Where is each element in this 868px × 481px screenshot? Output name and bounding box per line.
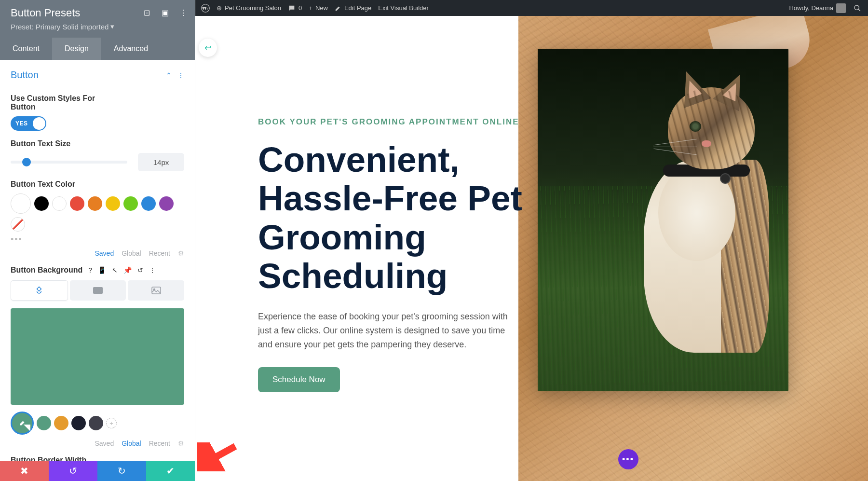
bg-more-icon[interactable]: ⋮ bbox=[149, 266, 156, 274]
bg-tab-image[interactable] bbox=[128, 280, 184, 301]
dashboard-icon: ⊕ bbox=[217, 4, 222, 12]
global-swatch[interactable] bbox=[37, 416, 51, 430]
site-name-link[interactable]: ⊕ Pet Grooming Salon bbox=[217, 4, 281, 12]
floating-action-button[interactable]: ••• bbox=[618, 449, 638, 469]
tab-design[interactable]: Design bbox=[52, 38, 101, 60]
color-swatch[interactable] bbox=[70, 196, 84, 211]
color-swatch[interactable] bbox=[88, 196, 102, 211]
svg-point-4 bbox=[854, 5, 859, 10]
edit-page-link[interactable]: Edit Page bbox=[335, 4, 371, 12]
subtab-recent[interactable]: Recent bbox=[149, 249, 170, 257]
svg-rect-0 bbox=[93, 287, 103, 294]
undo-button[interactable]: ↺ bbox=[49, 461, 97, 481]
annotation-arrow-icon bbox=[197, 442, 240, 471]
preset-selector[interactable]: Preset: Primary Solid imported ▾ bbox=[11, 22, 184, 31]
main-tabs: Content Design Advanced bbox=[0, 38, 195, 60]
wp-logo-icon[interactable] bbox=[201, 4, 210, 13]
text-size-value[interactable]: 14px bbox=[138, 153, 184, 171]
settings-panel: Button Presets Preset: Primary Solid imp… bbox=[0, 0, 195, 481]
bg-tab-gradient[interactable] bbox=[70, 280, 126, 301]
cta-button[interactable]: Schedule Now bbox=[258, 367, 340, 392]
panel-header: Button Presets Preset: Primary Solid imp… bbox=[0, 0, 195, 38]
pin-icon[interactable]: 📌 bbox=[123, 266, 132, 274]
hero-eyebrow: BOOK YOUR PET'S GROOMING APPOINTMENT ONL… bbox=[258, 117, 580, 127]
subtab-saved[interactable]: Saved bbox=[95, 440, 114, 447]
subtab-global[interactable]: Global bbox=[122, 440, 141, 447]
eyedropper-icon[interactable] bbox=[11, 412, 34, 435]
exit-builder-link[interactable]: Exit Visual Builder bbox=[378, 4, 429, 12]
color-swatch[interactable] bbox=[52, 196, 67, 211]
panel-body: Button ⌃ ⋮ Use Custom Styles For Button … bbox=[0, 60, 195, 481]
color-swatch[interactable] bbox=[123, 196, 138, 211]
gear-icon[interactable]: ⚙ bbox=[178, 249, 184, 257]
save-button[interactable]: ✔ bbox=[146, 461, 195, 481]
add-swatch[interactable]: + bbox=[106, 418, 117, 428]
cursor-icon[interactable]: ↖ bbox=[112, 266, 118, 274]
bg-tab-color[interactable] bbox=[11, 280, 68, 301]
global-swatch[interactable] bbox=[54, 416, 68, 430]
section-more-icon[interactable]: ⋮ bbox=[177, 71, 184, 79]
phone-icon[interactable]: 📱 bbox=[98, 266, 106, 274]
global-swatch[interactable] bbox=[71, 416, 86, 430]
section-button[interactable]: Button ⌃ ⋮ bbox=[11, 60, 184, 85]
reset-icon[interactable]: ↺ bbox=[137, 266, 143, 274]
more-colors-icon[interactable]: ••• bbox=[11, 234, 184, 245]
comments-link[interactable]: 0 bbox=[288, 4, 302, 12]
howdy-user[interactable]: Howdy, Deanna bbox=[789, 3, 846, 13]
color-swatch[interactable] bbox=[106, 196, 120, 211]
tab-advanced[interactable]: Advanced bbox=[101, 38, 161, 60]
svg-rect-1 bbox=[152, 287, 161, 294]
global-swatch[interactable] bbox=[89, 416, 103, 430]
chevron-down-icon: ▾ bbox=[110, 22, 114, 31]
custom-styles-label: Use Custom Styles For Button bbox=[11, 94, 97, 111]
page-preview: BOOK YOUR PET'S GROOMING APPOINTMENT ONL… bbox=[195, 16, 868, 481]
back-floating-icon[interactable]: ↩ bbox=[199, 39, 217, 57]
text-size-label: Button Text Size bbox=[11, 139, 97, 148]
svg-line-5 bbox=[205, 446, 235, 463]
redo-button[interactable]: ↻ bbox=[97, 461, 146, 481]
color-swatch-none[interactable] bbox=[11, 217, 25, 232]
bg-color-preview[interactable] bbox=[11, 308, 184, 405]
panel-footer: ✖ ↺ ↻ ✔ bbox=[0, 461, 195, 481]
more-icon[interactable]: ⋮ bbox=[177, 7, 189, 18]
color-swatch[interactable] bbox=[159, 196, 174, 211]
cancel-button[interactable]: ✖ bbox=[0, 461, 49, 481]
expand-icon[interactable]: ▣ bbox=[159, 7, 171, 18]
avatar-icon bbox=[836, 3, 846, 13]
selected-color-swatch[interactable] bbox=[11, 193, 31, 214]
color-swatch[interactable] bbox=[34, 196, 49, 211]
subtab-global[interactable]: Global bbox=[122, 249, 141, 257]
collapse-icon[interactable]: ⌃ bbox=[166, 71, 172, 79]
gear-icon[interactable]: ⚙ bbox=[178, 440, 184, 447]
help-icon[interactable]: ? bbox=[88, 266, 92, 274]
wp-admin-bar: ⊕ Pet Grooming Salon 0 +New Edit Page Ex… bbox=[195, 0, 868, 16]
hero-description: Experience the ease of booking your pet'… bbox=[258, 310, 514, 351]
text-size-slider[interactable] bbox=[11, 161, 127, 164]
custom-styles-toggle[interactable]: YES bbox=[11, 116, 46, 131]
tab-content[interactable]: Content bbox=[0, 38, 52, 60]
focus-icon[interactable]: ⊡ bbox=[141, 7, 152, 18]
bg-label: Button Background bbox=[11, 266, 82, 275]
subtab-recent[interactable]: Recent bbox=[149, 440, 170, 447]
preview-area: ⊕ Pet Grooming Salon 0 +New Edit Page Ex… bbox=[195, 0, 868, 481]
color-swatch[interactable] bbox=[141, 196, 156, 211]
hero-headline: Convenient, Hassle-Free Pet Grooming Sch… bbox=[258, 140, 580, 295]
text-color-label: Button Text Color bbox=[11, 180, 97, 189]
subtab-saved[interactable]: Saved bbox=[95, 249, 114, 257]
search-icon[interactable] bbox=[853, 3, 862, 13]
new-link[interactable]: +New bbox=[309, 4, 328, 12]
